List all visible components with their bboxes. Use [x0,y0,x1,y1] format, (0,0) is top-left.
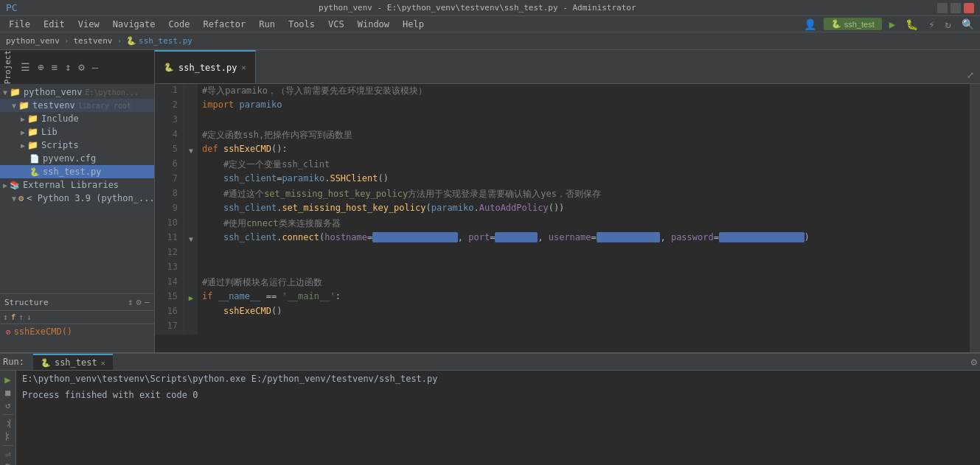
run-arrow-icon-15[interactable]: ▶ [189,293,194,303]
run-play-icon[interactable]: ▶ [886,17,898,32]
toolbar-add-icon[interactable]: ⊕ [35,60,46,74]
search-everywhere-icon[interactable]: 🔍 [959,17,977,32]
toolbar-close-icon[interactable]: — [90,60,100,74]
code-line-15: 15 ▶ if __name__ == '__main__': [155,290,980,305]
title-bar: PC python_venv - E:\python_venv\testvenv… [0,0,980,16]
struct-filter-icon1[interactable]: ↕ [3,312,8,322]
structure-filter-icon[interactable]: ⚙ [136,297,142,307]
fold-icon-5[interactable]: ▼ [189,147,193,155]
breadcrumb-file[interactable]: 🐍 ssh_test.py [126,36,192,46]
line-content-13 [198,261,980,276]
struct-filter-icon2[interactable]: f [11,312,16,322]
code-editor[interactable]: 1 #导入paramiko，（导入前需要先在环境里安装该模块） 2 import… [155,84,980,352]
run-tab-close[interactable]: ✕ [101,359,105,367]
run-soft-wrap-icon[interactable]: ⏎ [5,450,10,460]
code-line-6: 6 #定义一个变量ssh_clint [155,158,980,172]
tree-lib[interactable]: ▶ 📁 Lib [0,125,154,139]
menu-edit[interactable]: Edit [38,18,71,31]
tree-testvenv[interactable]: ▼ 📁 testvenv library root [0,99,154,112]
structure-sort-icon[interactable]: ↕ [128,297,133,307]
tab-ssh-test[interactable]: 🐍 ssh_test.py ✕ [155,50,256,83]
struct-filter-icon4[interactable]: ↓ [27,312,32,322]
tree-pyvenv-cfg[interactable]: 📄 pyvenv.cfg [0,152,154,165]
tree-scripts[interactable]: ▶ 📁 Scripts [0,139,154,152]
line-gutter-3 [184,113,198,128]
line-content-4: #定义函数ssh,把操作内容写到函数里 [198,128,980,143]
code-line-14: 14 #通过判断模块名运行上边函数 [155,276,980,290]
fold-icon-11[interactable]: ▼ [189,235,193,243]
run-scroll-down-icon[interactable]: ⌤ [3,431,13,441]
menu-vcs[interactable]: VCS [322,18,350,31]
python-file-icon: 🐍 [126,36,136,46]
breadcrumb-testvenv[interactable]: testvenv [73,36,112,46]
menu-refactor[interactable]: Refactor [197,18,251,31]
menu-tools[interactable]: Tools [282,18,321,31]
tree-include-label: Include [41,113,79,124]
line-number-5: 5 [155,143,184,158]
run-rerun-icon[interactable]: ↺ [5,400,10,410]
run-clear-icon[interactable]: 🗑 [4,462,13,465]
structure-item-sshexecmd[interactable]: ⊘ sshExeCMD() [0,324,154,339]
line-content-15: if __name__ == '__main__': [198,290,980,305]
editor-scroll-area[interactable]: 1 #导入paramiko，（导入前需要先在环境里安装该模块） 2 import… [155,84,980,352]
toolbar-layout-icon[interactable]: ☰ [18,60,32,74]
toolbar-expand-icon[interactable]: ↕ [63,60,73,74]
line-gutter-17 [184,320,198,335]
run-debug-icon[interactable]: 🐛 [903,17,921,32]
menu-window[interactable]: Window [352,18,395,31]
tree-testvenv-label: testvenv [32,100,75,111]
close-button[interactable] [964,3,974,13]
run-content: ▶ ■ ↺ ⌤ ⌤ ⏎ 🗑 📌 E:\python_venv\testvenv\… [0,371,980,465]
structure-close-icon[interactable]: — [145,297,150,307]
menu-file[interactable]: File [3,18,36,31]
line-gutter-12 [184,246,198,261]
struct-filter-icon3[interactable]: ↑ [18,312,24,322]
editor-scrollbar[interactable] [970,84,980,352]
line-gutter-11: ▼ [184,231,198,246]
tree-root[interactable]: ▼ 📁 python_venv E:\python... [0,85,154,99]
run-configuration-button[interactable]: 🐍 ssh_test [824,18,882,30]
menu-bar: File Edit View Navigate Code Refactor Ru… [0,16,980,32]
expand-editor-icon[interactable]: ⤢ [961,67,980,83]
minimize-button[interactable] [937,3,948,13]
run-panel-settings-icon[interactable]: ⚙ [971,356,977,368]
tree-python39[interactable]: ▼ ⚙ < Python 3.9 (python_... [0,192,154,205]
tree-external-libs[interactable]: ▶ 📚 External Libraries [0,178,154,192]
line-content-9: ssh_client.set_missing_host_key_policy(p… [198,202,980,217]
run-separator [3,414,13,415]
tree-arrow-py39: ▼ [12,195,16,203]
user-icon[interactable]: 👤 [801,17,819,32]
ext-lib-icon: 📚 [10,181,20,190]
tab-close-button[interactable]: ✕ [241,63,246,71]
menu-run[interactable]: Run [253,18,281,31]
line-content-17 [198,320,980,335]
run-tab-ssh-test[interactable]: 🐍 ssh_test ✕ [33,354,113,370]
line-number-14: 14 [155,276,184,290]
line-gutter-9 [184,202,198,217]
vcs-update-icon[interactable]: ↻ [942,17,954,32]
tree-ssh-test-py[interactable]: 🐍 ssh_test.py [0,165,154,178]
menu-help[interactable]: Help [397,18,430,31]
breadcrumb-root[interactable]: python_venv [6,36,60,46]
line-number-16: 16 [155,305,184,320]
menu-view[interactable]: View [72,18,105,31]
toolbar-sort-icon[interactable]: ≡ [49,60,59,74]
toolbar-settings-icon[interactable]: ⚙ [76,60,86,74]
menu-navigate[interactable]: Navigate [107,18,161,31]
run-play-button[interactable]: ▶ [4,374,10,385]
maximize-button[interactable] [951,3,961,13]
run-label: Run: [3,357,30,367]
run-scroll-up-icon[interactable]: ⌤ [3,419,13,429]
line-gutter-6 [184,158,198,172]
line-gutter-15: ▶ [184,290,198,305]
run-toolbar-left: ▶ ■ ↺ ⌤ ⌤ ⏎ 🗑 📌 [0,371,16,465]
line-number-13: 13 [155,261,184,276]
line-content-8: #通过这个set_missing_host_key_policy方法用于实现登录… [198,187,980,202]
tree-arrow-testvenv: ▼ [12,102,16,110]
menu-code[interactable]: Code [163,18,196,31]
tree-include[interactable]: ▶ 📁 Include [0,112,154,125]
run-coverage-icon[interactable]: ⚡ [925,17,937,32]
run-stop-icon[interactable]: ■ [5,388,10,398]
code-line-8: 8 #通过这个set_missing_host_key_policy方法用于实现… [155,187,980,202]
run-tab-icon: 🐍 [41,358,51,368]
